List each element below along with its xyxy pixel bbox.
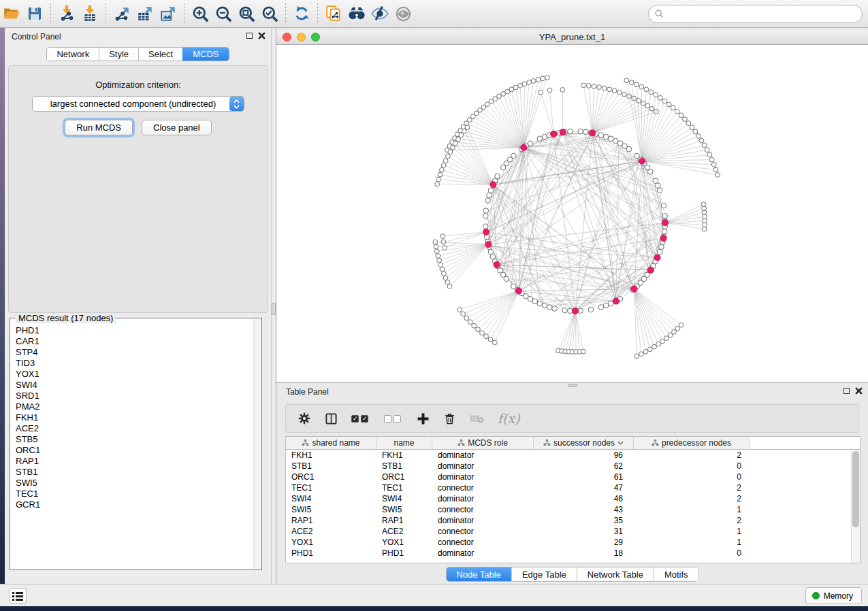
network-leaf-node[interactable] bbox=[679, 113, 684, 118]
first-neighbors-button[interactable] bbox=[345, 2, 368, 25]
save-session-button[interactable] bbox=[23, 2, 46, 25]
network-leaf-node[interactable] bbox=[696, 134, 701, 139]
open-file-button[interactable] bbox=[0, 2, 23, 25]
network-node[interactable] bbox=[583, 129, 589, 135]
network-leaf-node[interactable] bbox=[672, 329, 677, 334]
network-node[interactable] bbox=[537, 301, 543, 306]
network-leaf-node[interactable] bbox=[541, 76, 545, 81]
network-leaf-node[interactable] bbox=[436, 254, 440, 259]
mcds-result-item[interactable]: TID3 bbox=[16, 358, 253, 369]
column-header-predecessor-nodes[interactable]: predecessor nodes bbox=[634, 437, 750, 449]
network-leaf-node[interactable] bbox=[683, 117, 688, 122]
network-leaf-node[interactable] bbox=[440, 267, 445, 271]
network-node[interactable] bbox=[547, 305, 552, 310]
network-window-titlebar[interactable]: YPA_prune.txt_1 bbox=[276, 30, 868, 45]
mcds-result-item[interactable]: FKH1 bbox=[16, 412, 253, 423]
network-leaf-node[interactable] bbox=[586, 84, 591, 88]
network-node[interactable] bbox=[657, 249, 662, 254]
network-leaf-node[interactable] bbox=[437, 258, 442, 263]
network-node[interactable] bbox=[608, 136, 613, 142]
network-leaf-node[interactable] bbox=[634, 354, 639, 359]
network-leaf-node[interactable] bbox=[629, 80, 634, 85]
network-leaf-node[interactable] bbox=[654, 93, 658, 97]
network-leaf-node[interactable] bbox=[536, 78, 541, 82]
network-leaf-node[interactable] bbox=[666, 102, 671, 107]
network-leaf-node[interactable] bbox=[701, 202, 706, 207]
network-leaf-node[interactable] bbox=[440, 234, 445, 239]
import-network-button[interactable] bbox=[55, 2, 78, 25]
network-leaf-node[interactable] bbox=[643, 350, 648, 354]
table-row[interactable]: RAP1RAP1dominator352 bbox=[286, 515, 851, 526]
network-leaf-node[interactable] bbox=[480, 331, 485, 335]
search-box[interactable] bbox=[648, 5, 863, 23]
network-leaf-node[interactable] bbox=[434, 249, 439, 254]
mcds-hub-node[interactable] bbox=[560, 129, 566, 135]
network-leaf-node[interactable] bbox=[545, 76, 550, 80]
tab-network-table[interactable]: Network Table bbox=[577, 567, 654, 581]
network-leaf-node[interactable] bbox=[472, 323, 477, 328]
mcds-hub-node[interactable] bbox=[660, 235, 666, 242]
mcds-hub-node[interactable] bbox=[590, 130, 596, 136]
network-node[interactable] bbox=[657, 188, 662, 193]
network-leaf-node[interactable] bbox=[649, 106, 654, 111]
network-node[interactable] bbox=[653, 178, 658, 184]
network-leaf-node[interactable] bbox=[436, 177, 441, 182]
add-row-button[interactable] bbox=[417, 412, 430, 425]
mcds-list-scrollbar[interactable] bbox=[253, 319, 261, 569]
network-node[interactable] bbox=[490, 254, 496, 259]
network-node[interactable] bbox=[483, 224, 488, 229]
float-panel-icon[interactable] bbox=[246, 33, 253, 39]
close-panel-icon[interactable] bbox=[258, 32, 266, 39]
network-node[interactable] bbox=[532, 299, 538, 304]
network-leaf-node[interactable] bbox=[607, 87, 612, 92]
network-node[interactable] bbox=[488, 188, 494, 193]
network-leaf-node[interactable] bbox=[456, 137, 461, 142]
mcds-result-item[interactable]: YOX1 bbox=[16, 369, 253, 380]
table-row[interactable]: PHD1PHD1dominator180 bbox=[286, 548, 851, 559]
mcds-hub-node[interactable] bbox=[631, 286, 637, 292]
network-leaf-node[interactable] bbox=[527, 80, 532, 85]
network-leaf-node[interactable] bbox=[675, 109, 679, 114]
column-header-successor-nodes[interactable]: successor nodes bbox=[534, 437, 634, 449]
network-leaf-node[interactable] bbox=[668, 333, 673, 337]
mcds-result-item[interactable]: PMA2 bbox=[16, 401, 253, 412]
show-all-button[interactable] bbox=[391, 2, 415, 25]
mcds-result-item[interactable]: PHD1 bbox=[16, 325, 253, 336]
network-node[interactable] bbox=[483, 208, 489, 214]
search-input[interactable] bbox=[664, 7, 862, 21]
network-leaf-node[interactable] bbox=[624, 78, 629, 83]
network-leaf-node[interactable] bbox=[451, 145, 455, 150]
network-leaf-node[interactable] bbox=[639, 84, 644, 89]
network-leaf-node[interactable] bbox=[464, 316, 469, 320]
network-node[interactable] bbox=[655, 183, 660, 188]
clone-network-button[interactable] bbox=[322, 2, 345, 25]
network-leaf-node[interactable] bbox=[656, 342, 661, 346]
network-leaf-node[interactable] bbox=[441, 240, 446, 244]
network-leaf-node[interactable] bbox=[531, 79, 536, 84]
network-leaf-node[interactable] bbox=[440, 167, 445, 172]
mcds-result-item[interactable]: RAP1 bbox=[16, 456, 253, 467]
network-leaf-node[interactable] bbox=[581, 349, 585, 354]
network-leaf-node[interactable] bbox=[539, 90, 543, 95]
network-leaf-node[interactable] bbox=[441, 271, 446, 276]
vertical-splitter[interactable] bbox=[272, 28, 276, 584]
network-leaf-node[interactable] bbox=[647, 347, 652, 352]
network-leaf-node[interactable] bbox=[602, 86, 607, 90]
mcds-result-item[interactable]: STB5 bbox=[16, 434, 253, 445]
zoom-selected-button[interactable] bbox=[258, 2, 281, 25]
network-leaf-node[interactable] bbox=[560, 87, 565, 92]
close-panel-button[interactable]: Close panel bbox=[142, 120, 212, 135]
network-leaf-node[interactable] bbox=[445, 154, 450, 159]
network-leaf-node[interactable] bbox=[462, 129, 466, 133]
network-node[interactable] bbox=[608, 301, 613, 306]
delete-row-button[interactable] bbox=[443, 412, 456, 425]
network-leaf-node[interactable] bbox=[484, 334, 489, 339]
network-node[interactable] bbox=[552, 306, 558, 312]
network-leaf-node[interactable] bbox=[447, 284, 452, 289]
network-canvas[interactable] bbox=[276, 45, 868, 382]
mcds-hub-node[interactable] bbox=[515, 288, 521, 294]
network-leaf-node[interactable] bbox=[597, 85, 602, 90]
network-leaf-node[interactable] bbox=[709, 157, 714, 162]
mcds-result-item[interactable]: ORC1 bbox=[16, 445, 253, 456]
network-leaf-node[interactable] bbox=[448, 150, 453, 154]
